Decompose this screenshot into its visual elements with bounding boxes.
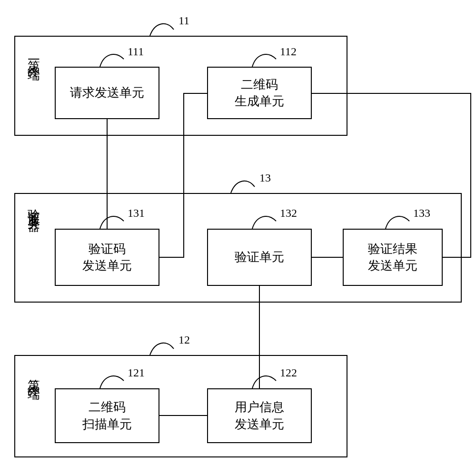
connector-111-131 <box>107 119 108 229</box>
unit-verifycode-send: 验证码 发送单元 <box>55 229 159 286</box>
ref-hook-112 <box>252 47 281 73</box>
connector-131-112-h2 <box>183 93 207 94</box>
ref-132: 132 <box>280 207 297 220</box>
connector-112-133-h2 <box>443 257 471 258</box>
connector-132-122-v2 <box>259 323 260 388</box>
connector-112-133-v <box>470 93 471 258</box>
ref-hook-11 <box>150 15 178 44</box>
connector-121-122 <box>159 415 207 416</box>
connector-131-112-h <box>159 257 184 258</box>
group-verify-server-label: 验证服务器 <box>25 199 42 213</box>
ref-112: 112 <box>280 45 297 58</box>
unit-qrcode-generate: 二维码 生成单元 <box>207 67 312 119</box>
ref-hook-131 <box>100 209 129 235</box>
connector-132-133 <box>312 257 343 258</box>
group-second-terminal-label: 第二终端 <box>25 369 42 381</box>
unit-qrcode-scan-label: 二维码 扫描单元 <box>56 389 159 442</box>
ref-hook-122 <box>252 368 281 395</box>
unit-verify-result-send: 验证结果 发送单元 <box>343 229 443 286</box>
unit-qrcode-generate-label: 二维码 生成单元 <box>208 68 311 118</box>
connector-132-122-v1 <box>259 286 260 324</box>
unit-userinfo-send: 用户信息 发送单元 <box>207 388 312 443</box>
ref-hook-12 <box>150 334 178 361</box>
group-first-terminal-label: 第一终端 <box>25 50 42 61</box>
ref-11: 11 <box>178 14 189 27</box>
ref-111: 111 <box>128 45 144 58</box>
unit-request-send-label: 请求发送单元 <box>56 68 159 118</box>
diagram-canvas: 第一终端 11 请求发送单元 111 二维码 生成单元 112 验证服务器 13… <box>0 0 476 476</box>
connector-112-133-h1 <box>312 93 471 94</box>
ref-hook-133 <box>386 209 414 235</box>
ref-133: 133 <box>413 207 430 220</box>
unit-request-send: 请求发送单元 <box>55 67 159 119</box>
ref-122: 122 <box>280 366 297 379</box>
unit-verify-result-send-label: 验证结果 发送单元 <box>344 230 442 285</box>
ref-hook-13 <box>231 172 259 199</box>
ref-hook-111 <box>100 47 129 73</box>
unit-verify-label: 验证单元 <box>208 230 311 285</box>
ref-hook-132 <box>252 209 281 235</box>
ref-131: 131 <box>128 207 145 220</box>
connector-131-112-v <box>183 93 184 258</box>
unit-verify: 验证单元 <box>207 229 312 286</box>
ref-hook-121 <box>100 368 129 395</box>
ref-121: 121 <box>128 366 145 379</box>
ref-12: 12 <box>178 334 190 346</box>
unit-userinfo-send-label: 用户信息 发送单元 <box>208 389 311 442</box>
unit-qrcode-scan: 二维码 扫描单元 <box>55 388 159 443</box>
unit-verifycode-send-label: 验证码 发送单元 <box>56 230 159 285</box>
ref-13: 13 <box>259 172 271 184</box>
